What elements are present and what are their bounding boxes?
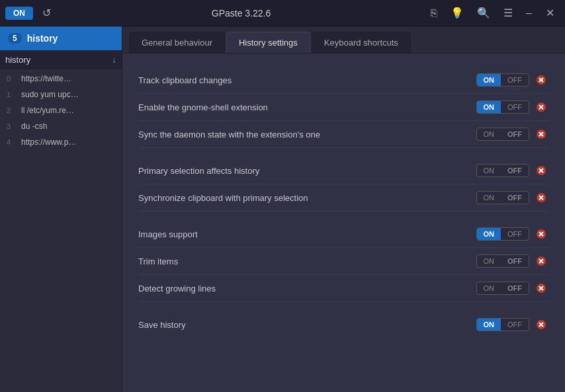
reset-button-sync-daemon[interactable] [533, 128, 549, 141]
item-number: 1 [7, 91, 17, 98]
toggle-off-label: OFF [501, 101, 529, 113]
item-number: 2 [7, 106, 17, 114]
toggle-detect-growing[interactable]: ONOFF [476, 282, 530, 295]
on-button[interactable]: ON [5, 7, 33, 20]
setting-controls: ONOFF [476, 164, 550, 177]
toggle-on-label: ON [477, 255, 501, 267]
item-text: du -csh [21, 122, 47, 131]
content-area: General behaviourHistory settingsKeyboar… [122, 26, 565, 392]
setting-label: Enable the gnome-shell extension [138, 102, 476, 112]
reset-button-gnome-shell-ext[interactable] [533, 100, 549, 114]
toggle-on-label: ON [477, 192, 501, 204]
setting-row-sync-primary: Synchronize clipboard with primary selec… [138, 184, 549, 212]
sidebar-badge: 5 [8, 33, 22, 44]
setting-label: Images support [138, 229, 476, 239]
setting-label: Sync the daemon state with the extension… [138, 130, 476, 139]
tabs-bar: General behaviourHistory settingsKeyboar… [122, 26, 565, 54]
toggle-gnome-shell-ext[interactable]: ONOFF [476, 100, 530, 114]
toggle-primary-selection[interactable]: ONOFF [476, 164, 530, 177]
setting-controls: ONOFF [476, 73, 550, 87]
toggle-off-label: OFF [501, 192, 529, 204]
menu-icon-button[interactable]: ☰ [499, 4, 517, 22]
reset-button-primary-selection[interactable] [533, 164, 549, 177]
setting-controls: ONOFF [476, 100, 550, 114]
settings-content: Track clipboard changesONOFFEnable the g… [122, 54, 565, 392]
item-text: ll /etc/yum.re… [21, 106, 74, 115]
setting-label: Trim items [138, 256, 476, 266]
reset-button-images-support[interactable] [533, 227, 549, 241]
sidebar-header-label: history [27, 33, 58, 44]
setting-row-images-support: Images supportONOFF [138, 221, 549, 248]
toggle-save-history[interactable]: ONOFF [476, 318, 530, 331]
toggle-on-label: ON [477, 282, 501, 294]
toggle-sync-daemon[interactable]: ONOFF [476, 128, 530, 141]
item-text: sudo yum upc… [21, 90, 79, 99]
setting-controls: ONOFF [476, 282, 550, 295]
setting-label: Track clipboard changes [138, 75, 476, 85]
list-item[interactable]: 2 ll /etc/yum.re… [0, 102, 122, 118]
toggle-on-label: ON [477, 74, 501, 86]
app-title: GPaste 3.22.6 [56, 8, 426, 19]
setting-label: Detect growing lines [138, 284, 476, 294]
tab-general[interactable]: General behaviour [129, 32, 225, 53]
bulb-icon-button[interactable]: 💡 [446, 4, 468, 22]
search-icon-button[interactable]: 🔍 [472, 4, 495, 22]
setting-row-trim-items: Trim itemsONOFF [138, 248, 549, 275]
toggle-on-label: ON [477, 228, 501, 240]
section-spacer [138, 148, 549, 157]
item-number: 0 [7, 75, 17, 83]
tab-history[interactable]: History settings [226, 32, 310, 53]
titlebar: ON ↺ GPaste 3.22.6 ⎘ 💡 🔍 ☰ – ✕ [0, 0, 565, 26]
sidebar-header: 5 history [0, 26, 122, 50]
reset-button-track-clipboard[interactable] [533, 73, 549, 87]
item-text: https://twitte… [21, 74, 71, 83]
setting-row-sync-daemon: Sync the daemon state with the extension… [138, 121, 549, 148]
search-down-icon[interactable]: ↓ [112, 54, 116, 65]
sidebar: 5 history ↓ 0 https://twitte…1 sudo yum … [0, 26, 122, 392]
toggle-on-label: ON [477, 128, 501, 140]
refresh-button[interactable]: ↺ [37, 4, 56, 22]
list-item[interactable]: 4 https://www.p… [0, 134, 122, 150]
list-item[interactable]: 3 du -csh [0, 118, 122, 134]
toggle-off-label: OFF [501, 255, 529, 267]
setting-row-gnome-shell-ext: Enable the gnome-shell extensionONOFF [138, 94, 549, 121]
setting-controls: ONOFF [476, 128, 550, 141]
toggle-off-label: OFF [501, 228, 529, 240]
list-item[interactable]: 1 sudo yum upc… [0, 87, 122, 102]
toggle-sync-primary[interactable]: ONOFF [476, 191, 530, 204]
toggle-off-label: OFF [501, 282, 529, 294]
minimize-button[interactable]: – [521, 5, 537, 22]
list-item[interactable]: 0 https://twitte… [0, 71, 122, 87]
setting-controls: ONOFF [476, 191, 550, 204]
reset-button-detect-growing[interactable] [533, 282, 549, 295]
setting-controls: ONOFF [476, 318, 550, 331]
search-input[interactable] [5, 55, 109, 65]
reset-button-trim-items[interactable] [533, 255, 549, 268]
toggle-trim-items[interactable]: ONOFF [476, 255, 530, 268]
reset-button-sync-primary[interactable] [533, 191, 549, 204]
reset-button-save-history[interactable] [533, 318, 549, 331]
setting-row-detect-growing: Detect growing linesONOFF [138, 275, 549, 302]
setting-label: Primary selection affects history [138, 166, 476, 176]
toggle-off-label: OFF [501, 319, 529, 331]
section-spacer [138, 302, 549, 311]
item-number: 3 [7, 122, 17, 130]
close-button[interactable]: ✕ [541, 4, 560, 22]
toggle-off-label: OFF [501, 128, 529, 140]
item-number: 4 [7, 138, 17, 146]
toggle-on-label: ON [477, 165, 501, 176]
clipboard-icon-button[interactable]: ⎘ [426, 5, 442, 22]
setting-controls: ONOFF [476, 227, 550, 241]
toggle-track-clipboard[interactable]: ONOFF [476, 73, 530, 87]
toggle-images-support[interactable]: ONOFF [476, 227, 530, 241]
setting-row-track-clipboard: Track clipboard changesONOFF [138, 67, 549, 94]
toggle-off-label: OFF [501, 165, 529, 176]
history-list: 0 https://twitte…1 sudo yum upc…2 ll /et… [0, 69, 122, 392]
sidebar-search-bar: ↓ [0, 50, 122, 69]
section-spacer [138, 212, 549, 221]
setting-label: Save history [138, 320, 476, 330]
main-layout: 5 history ↓ 0 https://twitte…1 sudo yum … [0, 26, 565, 392]
item-text: https://www.p… [21, 137, 76, 147]
tab-keyboard[interactable]: Keyboard shortcuts [312, 32, 411, 53]
toggle-on-label: ON [477, 101, 501, 113]
